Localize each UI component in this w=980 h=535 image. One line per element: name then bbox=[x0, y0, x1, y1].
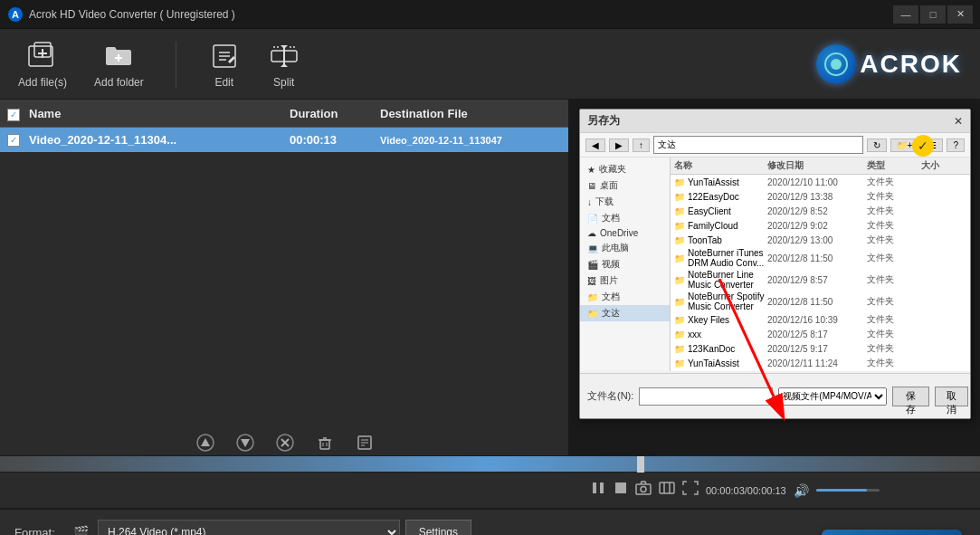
close-button[interactable]: ✕ bbox=[947, 5, 973, 24]
files-col-date: 修改日期 bbox=[767, 159, 867, 172]
list-item[interactable]: 📁 EasyClient 2020/12/9 8:52 文件夹 bbox=[671, 204, 970, 218]
file-list-header: Name Duration Destination File bbox=[0, 100, 568, 128]
nav-item-documents[interactable]: 📁 文档 bbox=[580, 289, 670, 305]
list-item[interactable]: 📁 YunTaiAssist 2020/12/10 11:00 文件夹 bbox=[671, 175, 970, 189]
dialog-files-header: 名称 修改日期 类型 大小 bbox=[671, 158, 970, 175]
title-bar: A Acrok HD Video Converter ( Unregistere… bbox=[0, 0, 980, 29]
svg-line-35 bbox=[719, 279, 774, 396]
svg-rect-2 bbox=[29, 46, 52, 66]
playback-controls: 00:00:03/00:00:13 🔊 bbox=[0, 472, 980, 508]
svg-marker-21 bbox=[241, 439, 250, 447]
fullscreen-button[interactable] bbox=[682, 481, 699, 500]
convert-button[interactable]: ↻ Convert bbox=[822, 530, 962, 535]
nav-item-pc[interactable]: 💻 此电脑 bbox=[580, 240, 670, 256]
red-arrow bbox=[701, 279, 810, 424]
add-folder-icon bbox=[102, 40, 135, 72]
nav-item-desktop[interactable]: 🖥 桌面 bbox=[580, 177, 670, 194]
logo-circle bbox=[816, 44, 856, 84]
nav-item-onedrive[interactable]: ☁ OneDrive bbox=[580, 226, 670, 240]
dialog-path-input[interactable] bbox=[653, 136, 863, 154]
move-up-button[interactable] bbox=[193, 430, 218, 455]
split-button[interactable]: Split bbox=[268, 40, 300, 89]
nav-item-wenda[interactable]: 📁 文达 bbox=[580, 305, 670, 321]
file-duration-cell: 00:00:13 bbox=[290, 133, 380, 147]
logo-area: ACROK bbox=[816, 44, 962, 84]
dialog-nav-panel: ★ 收藏夹 🖥 桌面 ↓ 下载 📄 文档 ☁ OneDrive bbox=[580, 158, 671, 371]
dialog-title-text: 另存为 bbox=[587, 113, 620, 129]
settings-button[interactable]: Settings bbox=[405, 520, 471, 535]
format-dropdown[interactable]: H.264 Video (*.mp4) bbox=[98, 520, 400, 535]
playback-time: 00:00:03/00:00:13 bbox=[706, 485, 786, 496]
add-files-icon bbox=[26, 40, 59, 72]
list-item[interactable]: 📁 FamilyCloud 2020/12/9 9:02 文件夹 bbox=[671, 218, 970, 233]
dialog-cancel-button[interactable]: 取消 bbox=[935, 387, 968, 406]
save-button[interactable]: 保存(S) bbox=[892, 387, 929, 406]
select-all-checkbox[interactable] bbox=[7, 109, 20, 121]
clear-button[interactable] bbox=[272, 430, 298, 455]
bottom-bar: Format: 🎬 H.264 Video (*.mp4) Settings O… bbox=[0, 508, 980, 535]
svg-marker-15 bbox=[281, 63, 288, 67]
title-controls: — □ ✕ bbox=[893, 5, 973, 24]
table-row[interactable]: Video_2020-12-11_11304... 00:00:13 Video… bbox=[0, 128, 568, 152]
timeline-bar[interactable] bbox=[0, 455, 980, 472]
main-area: Name Duration Destination File Video_202… bbox=[0, 100, 980, 455]
delete-button[interactable] bbox=[312, 430, 338, 455]
add-folder-button[interactable]: Add folder bbox=[94, 40, 144, 89]
svg-point-40 bbox=[641, 487, 646, 492]
title-text: Acrok HD Video Converter ( Unregistered … bbox=[29, 8, 893, 21]
format-select-wrapper: 🎬 H.264 Video (*.mp4) Settings bbox=[73, 520, 471, 535]
svg-marker-19 bbox=[201, 438, 210, 446]
acrok-text: ACROK bbox=[860, 50, 962, 79]
timeline-fill bbox=[0, 456, 980, 472]
svg-rect-38 bbox=[615, 482, 626, 493]
dialog-back-button[interactable]: ◀ bbox=[585, 139, 605, 152]
dialog-help-button[interactable]: ? bbox=[947, 139, 965, 152]
svg-text:A: A bbox=[12, 9, 19, 20]
list-item[interactable]: 📁 NoteBurner iTunes DRM Audio Conv... 20… bbox=[671, 247, 970, 269]
nav-item-docs[interactable]: 📄 文档 bbox=[580, 210, 670, 226]
notes-button[interactable] bbox=[352, 430, 377, 455]
edit-label: Edit bbox=[214, 76, 233, 89]
add-files-button[interactable]: Add file(s) bbox=[18, 40, 67, 89]
dialog-title-bar: 另存为 ✕ bbox=[580, 110, 970, 133]
col-name-header: Name bbox=[29, 107, 290, 120]
clip-button[interactable] bbox=[659, 481, 675, 500]
files-col-name: 名称 bbox=[674, 159, 767, 172]
toolbar-separator-1 bbox=[176, 42, 176, 87]
move-down-button[interactable] bbox=[233, 430, 258, 455]
highlight-circle: ✓ bbox=[912, 135, 934, 157]
pause-button[interactable] bbox=[590, 480, 606, 501]
acrok-logo: ACROK bbox=[816, 44, 962, 84]
svg-rect-25 bbox=[320, 440, 329, 449]
volume-icon: 🔊 bbox=[794, 483, 809, 498]
nav-item-favorites[interactable]: ★ 收藏夹 bbox=[580, 161, 670, 177]
volume-bar[interactable] bbox=[816, 489, 880, 492]
minimize-button[interactable]: — bbox=[893, 5, 918, 24]
file-list-panel: Name Duration Destination File Video_202… bbox=[0, 100, 570, 455]
files-col-type: 类型 bbox=[867, 159, 921, 172]
svg-rect-37 bbox=[600, 482, 604, 493]
filename-label: 文件名(N): bbox=[587, 389, 633, 403]
svg-marker-14 bbox=[281, 45, 288, 49]
nav-item-downloads[interactable]: ↓ 下载 bbox=[580, 194, 670, 210]
timeline-thumb[interactable] bbox=[637, 456, 644, 473]
volume-fill bbox=[816, 489, 867, 492]
list-item[interactable]: 📁 ToonTab 2020/12/9 13:00 文件夹 bbox=[671, 233, 970, 247]
dialog-close-button[interactable]: ✕ bbox=[954, 115, 963, 128]
svg-rect-39 bbox=[636, 484, 651, 494]
maximize-button[interactable]: □ bbox=[920, 5, 946, 24]
format-label: Format: bbox=[14, 526, 64, 536]
nav-item-videos[interactable]: 🎬 视频 bbox=[580, 256, 670, 272]
video-controls: 00:00:03/00:00:13 🔊 bbox=[583, 480, 973, 501]
edit-button[interactable]: Edit bbox=[208, 40, 241, 89]
stop-button[interactable] bbox=[614, 481, 628, 500]
dialog-forward-button[interactable]: ▶ bbox=[609, 139, 629, 152]
list-item[interactable]: 📁 122EasyDoc 2020/12/9 13:38 文件夹 bbox=[671, 189, 970, 204]
row-checkbox[interactable] bbox=[7, 134, 20, 147]
col-dest-header: Destination File bbox=[380, 107, 561, 120]
nav-item-pictures[interactable]: 🖼 图片 bbox=[580, 272, 670, 289]
dialog-refresh-button[interactable]: ↻ bbox=[867, 139, 887, 152]
header-checkbox bbox=[7, 105, 29, 121]
dialog-up-button[interactable]: ↑ bbox=[633, 139, 650, 152]
screenshot-button[interactable] bbox=[635, 481, 652, 500]
